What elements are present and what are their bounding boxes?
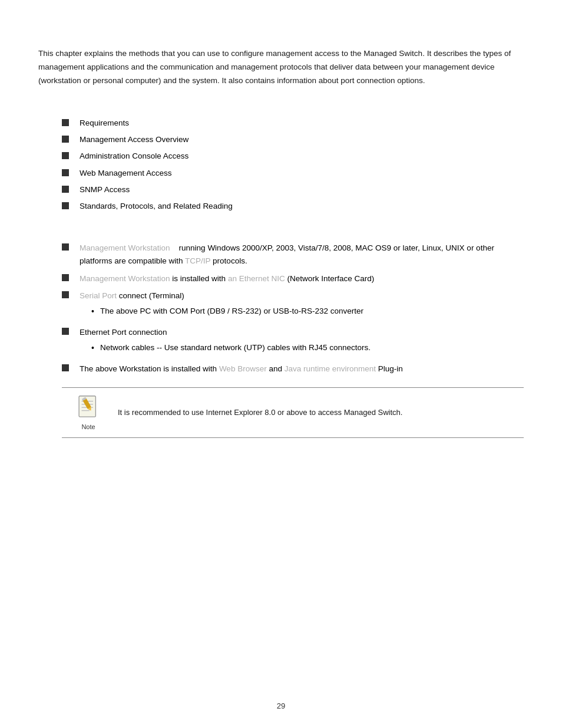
- req-item-1-content: Management Workstation running Windows 2…: [80, 242, 524, 267]
- bullet-icon: [62, 119, 69, 126]
- bullet-icon: [62, 136, 69, 143]
- bullet-icon: [62, 364, 69, 371]
- toc-item-label: SNMP Access: [80, 184, 130, 196]
- requirements-list: Management Workstation running Windows 2…: [38, 242, 524, 375]
- bullet-icon: [62, 243, 69, 251]
- toc-item-snmp-access: SNMP Access: [62, 184, 524, 196]
- toc-item-web-management-access: Web Management Access: [62, 167, 524, 179]
- requirements-section: Management Workstation running Windows 2…: [38, 242, 524, 437]
- bullet-icon: [62, 291, 69, 298]
- bullet-icon: [62, 169, 69, 176]
- sub-bullet-icon: •: [91, 341, 94, 354]
- req-item-4: Ethernet Port connection • Network cable…: [62, 326, 524, 358]
- req-item-3: Serial Port connect (Terminal) • The abo…: [62, 289, 524, 321]
- page-number: 29: [277, 701, 285, 710]
- page-container: This chapter explains the methods that y…: [0, 0, 562, 728]
- bullet-icon: [62, 328, 69, 335]
- req-item-4-content: Ethernet Port connection • Network cable…: [80, 326, 524, 358]
- req-item-2: Management Workstation is installed with…: [62, 272, 524, 285]
- bullet-icon: [62, 152, 69, 159]
- intro-paragraph: This chapter explains the methods that y…: [38, 47, 524, 88]
- bullet-icon: [62, 202, 69, 209]
- req-subitem-4-1: • Network cables -- Use standard network…: [91, 341, 524, 354]
- toc-list: Requirements Management Access Overview …: [38, 117, 524, 213]
- req-subitem-3-1-text: The above PC with COM Port (DB9 / RS-232…: [100, 305, 363, 318]
- note-label: Note: [81, 423, 95, 430]
- toc-item-management-access-overview: Management Access Overview: [62, 134, 524, 146]
- toc-item-requirements: Requirements: [62, 117, 524, 129]
- sub-bullet-icon: •: [91, 305, 94, 318]
- toc-item-standards: Standards, Protocols, and Related Readin…: [62, 200, 524, 212]
- req-item-4-sublist: • Network cables -- Use standard network…: [80, 341, 524, 354]
- note-icon-container: Note: [71, 395, 106, 430]
- toc-item-label: Management Access Overview: [80, 134, 189, 146]
- toc-item-label: Administration Console Access: [80, 150, 189, 162]
- toc-item-admin-console-access: Administration Console Access: [62, 150, 524, 162]
- bullet-icon: [62, 186, 69, 193]
- req-item-1-prefix: Management Workstation: [80, 243, 179, 252]
- req-subitem-4-1-text: Network cables -- Use standard network (…: [100, 341, 371, 354]
- req-item-3-content: Serial Port connect (Terminal) • The abo…: [80, 289, 524, 321]
- note-box: Note It is recommended to use Internet E…: [62, 387, 524, 438]
- bullet-icon: [62, 274, 69, 281]
- toc-item-label: Requirements: [80, 117, 129, 129]
- toc-item-label: Web Management Access: [80, 167, 172, 179]
- req-item-3-sublist: • The above PC with COM Port (DB9 / RS-2…: [80, 305, 524, 318]
- req-item-5: The above Workstation is installed with …: [62, 363, 524, 375]
- req-subitem-3-1: • The above PC with COM Port (DB9 / RS-2…: [91, 305, 524, 318]
- note-text: It is recommended to use Internet Explor…: [118, 407, 402, 419]
- note-icon-svg: [73, 395, 104, 422]
- req-item-2-content: Management Workstation is installed with…: [80, 272, 524, 285]
- req-item-5-content: The above Workstation is installed with …: [80, 363, 524, 375]
- toc-item-label: Standards, Protocols, and Related Readin…: [80, 200, 233, 212]
- req-item-1: Management Workstation running Windows 2…: [62, 242, 524, 267]
